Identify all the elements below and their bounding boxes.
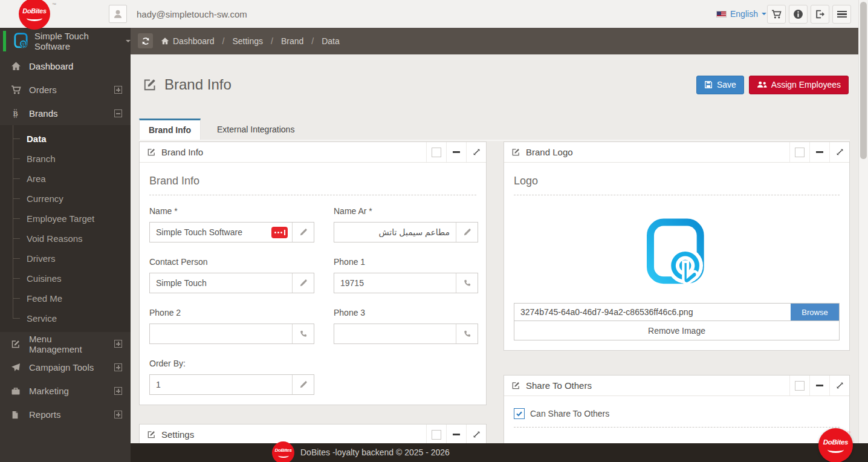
sidebar-item-label: Orders <box>29 85 57 95</box>
expand-plus-icon[interactable] <box>114 363 122 371</box>
phone3-input-group <box>334 324 478 344</box>
expand-plus-icon[interactable] <box>114 340 122 348</box>
dobites-logo-text: DoBites <box>22 7 46 15</box>
refresh-button[interactable] <box>138 33 153 48</box>
section-heading: Logo <box>514 175 840 195</box>
expand-plus-icon[interactable] <box>114 387 122 395</box>
home-icon <box>11 61 21 71</box>
name-label: Name * <box>149 206 314 216</box>
dashed-divider <box>514 427 840 428</box>
cart-button[interactable] <box>767 5 786 24</box>
tab-brand-info[interactable]: Brand Info <box>139 119 201 140</box>
edit-icon <box>143 77 157 92</box>
brand-selector[interactable]: Simple Touch Software <box>0 28 131 54</box>
expand-plus-icon[interactable] <box>114 411 122 418</box>
language-selector[interactable]: English <box>716 9 766 19</box>
panel-expand-button[interactable] <box>829 142 849 162</box>
tab-external-integrations[interactable]: External Integrations <box>208 119 303 140</box>
phone3-input[interactable] <box>334 324 456 343</box>
form-autofill-icon[interactable] <box>271 227 288 238</box>
phone-icon <box>456 273 478 293</box>
panel-collapse-button[interactable] <box>446 142 466 162</box>
edit-icon <box>147 148 156 157</box>
panel-expand-button[interactable] <box>466 142 486 162</box>
dobites-logo: DoBites <box>272 441 294 462</box>
sidebar-item-label: Campaign Tools <box>29 362 94 373</box>
contact-person-input[interactable] <box>150 273 292 293</box>
breadcrumb: Dashboard / Settings / Brand / Data <box>161 28 340 54</box>
user-avatar-button[interactable] <box>109 5 127 23</box>
page-header: Brand Info Save Assign Employees <box>131 54 858 103</box>
brand-logo-panel: Brand Logo Logo <box>504 142 850 351</box>
panel-expand-button[interactable] <box>466 425 486 443</box>
sidebar-subitem-employee-target[interactable]: Employee Target <box>0 209 131 229</box>
panel-select-checkbox[interactable] <box>426 142 446 162</box>
dobites-floating-button[interactable]: DoBites ™ <box>818 428 853 462</box>
panel-select-checkbox[interactable] <box>789 142 809 162</box>
sidebar-subitem-drivers[interactable]: Drivers <box>0 249 131 268</box>
sidebar-subitem-area[interactable]: Area <box>0 169 131 189</box>
breadcrumb-item-dashboard[interactable]: Dashboard <box>161 36 215 46</box>
sidebar-item-orders[interactable]: Orders <box>0 78 131 102</box>
expand-arrows-icon <box>836 382 844 389</box>
save-icon <box>704 80 713 89</box>
breadcrumb-item-settings[interactable]: Settings <box>232 36 263 46</box>
phone1-input[interactable] <box>334 273 456 293</box>
trademark-mark: ™ <box>847 431 851 435</box>
sidebar-item-campaign-tools[interactable]: Campaign Tools <box>0 356 131 379</box>
dobites-logo[interactable]: DoBites <box>19 0 50 30</box>
panel-controls <box>789 142 849 162</box>
can-share-checkbox[interactable] <box>514 408 525 419</box>
name-ar-input-group <box>334 222 478 242</box>
sidebar-item-marketing[interactable]: Marketing <box>0 379 131 403</box>
scrollbar-thumb[interactable] <box>860 2 867 159</box>
sign-out-icon <box>815 9 825 19</box>
phone-icon <box>292 324 314 343</box>
expand-arrows-icon <box>473 431 481 438</box>
sidebar-item-brands[interactable]: B Brands <box>0 102 131 125</box>
sidebar-subitem-feed-me[interactable]: Feed Me <box>0 288 131 308</box>
phone3-label: Phone 3 <box>334 308 478 317</box>
assign-employees-button[interactable]: Assign Employees <box>749 76 849 94</box>
sidebar: Dashboard Orders B Brands Data Branch Ar… <box>0 54 131 462</box>
users-icon <box>757 80 767 89</box>
panel-collapse-button[interactable] <box>809 376 829 395</box>
sign-out-button[interactable] <box>811 5 829 24</box>
save-button[interactable]: Save <box>696 76 744 94</box>
cart-icon <box>11 85 21 95</box>
menu-button[interactable] <box>832 5 851 24</box>
sidebar-subitem-branch[interactable]: Branch <box>0 149 131 169</box>
pencil-icon <box>292 375 314 394</box>
sidebar-subitem-cuisines[interactable]: Cuisines <box>0 268 131 288</box>
edit-icon <box>11 339 21 349</box>
edit-icon <box>511 148 520 157</box>
sidebar-item-label: Reports <box>29 409 61 420</box>
name-ar-input[interactable] <box>334 223 456 242</box>
remove-image-button[interactable]: Remove Image <box>514 321 840 340</box>
sidebar-subitem-service[interactable]: Service <box>0 308 131 328</box>
info-button[interactable] <box>789 5 808 24</box>
file-icon <box>11 410 21 420</box>
panel-select-checkbox[interactable] <box>789 376 809 395</box>
sidebar-subitem-data[interactable]: Data <box>0 129 131 149</box>
sidebar-item-dashboard[interactable]: Dashboard <box>0 54 131 78</box>
panel-header: Brand Info <box>140 142 486 163</box>
panel-expand-button[interactable] <box>829 376 849 395</box>
sidebar-subitem-currency[interactable]: Currency <box>0 189 131 209</box>
expand-plus-icon[interactable] <box>114 86 122 94</box>
phone2-input[interactable] <box>150 324 292 343</box>
order-by-input-group <box>149 374 314 395</box>
order-by-input[interactable] <box>150 375 292 394</box>
sidebar-item-menu-management[interactable]: Menu Management <box>0 332 131 356</box>
panel-collapse-button[interactable] <box>809 142 829 162</box>
sidebar-subitem-void-reasons[interactable]: Void Reasons <box>0 229 131 249</box>
minus-icon <box>816 151 823 153</box>
breadcrumb-item-brand[interactable]: Brand <box>281 36 303 46</box>
sidebar-item-reports[interactable]: Reports <box>0 403 131 426</box>
info-icon <box>793 9 803 19</box>
name-input[interactable] <box>150 223 271 242</box>
browse-button[interactable]: Browse <box>791 304 839 320</box>
simple-touch-logo-icon <box>13 33 29 50</box>
brand-selector-label: Simple Touch Software <box>34 31 121 51</box>
collapse-minus-icon[interactable] <box>114 109 122 117</box>
